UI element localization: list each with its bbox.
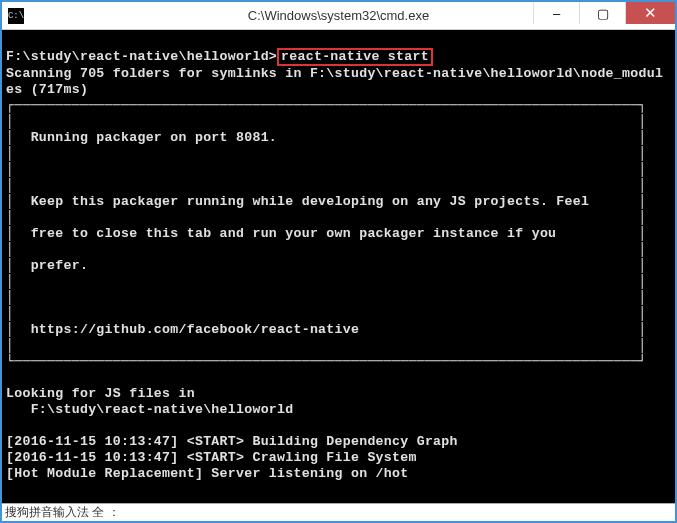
output-line: es (717ms) bbox=[6, 82, 88, 97]
output-line: Looking for JS files in bbox=[6, 386, 195, 401]
window-title: C:\Windows\system32\cmd.exe bbox=[248, 8, 429, 23]
titlebar: C:\ C:\Windows\system32\cmd.exe – ▢ ✕ bbox=[2, 2, 675, 30]
box-blank: │ │ bbox=[6, 242, 647, 257]
box-blank: │ │ bbox=[6, 274, 647, 289]
box-blank: │ │ bbox=[6, 162, 647, 177]
box-line: │ prefer. │ bbox=[6, 258, 647, 273]
output-line: Scanning 705 folders for symlinks in F:\… bbox=[6, 66, 663, 81]
box-line: │ https://github.com/facebook/react-nati… bbox=[6, 322, 647, 337]
box-line: │ free to close this tab and run your ow… bbox=[6, 226, 647, 241]
terminal-output[interactable]: F:\study\react-native\helloworld>react-n… bbox=[2, 30, 675, 503]
output-line: [2016-11-15 10:13:47] <START> Crawling F… bbox=[6, 450, 417, 465]
highlighted-command: react-native start bbox=[277, 48, 433, 66]
prompt-path: F:\study\react-native\helloworld> bbox=[6, 49, 277, 64]
minimize-button[interactable]: – bbox=[533, 2, 579, 24]
box-blank: │ │ bbox=[6, 338, 647, 353]
box-blank: │ │ bbox=[6, 114, 647, 129]
close-button[interactable]: ✕ bbox=[625, 2, 675, 24]
box-blank: │ │ bbox=[6, 210, 647, 225]
box-blank: │ │ bbox=[6, 290, 647, 305]
window-controls: – ▢ ✕ bbox=[533, 2, 675, 29]
maximize-button[interactable]: ▢ bbox=[579, 2, 625, 24]
ime-status-bar: 搜狗拼音输入法 全 ： bbox=[2, 503, 675, 521]
box-border: └───────────────────────────────────────… bbox=[6, 354, 647, 369]
box-line: │ Running packager on port 8081. │ bbox=[6, 130, 647, 145]
box-blank: │ │ bbox=[6, 178, 647, 193]
cmd-icon: C:\ bbox=[8, 8, 24, 24]
box-line: │ Keep this packager running while devel… bbox=[6, 194, 647, 209]
box-blank: │ │ bbox=[6, 306, 647, 321]
output-line: [Hot Module Replacement] Server listenin… bbox=[6, 466, 408, 481]
output-line: [2016-11-15 10:13:47] <START> Building D… bbox=[6, 434, 458, 449]
box-border: ┌───────────────────────────────────────… bbox=[6, 98, 647, 113]
box-blank: │ │ bbox=[6, 146, 647, 161]
output-line: F:\study\react-native\helloworld bbox=[6, 402, 293, 417]
